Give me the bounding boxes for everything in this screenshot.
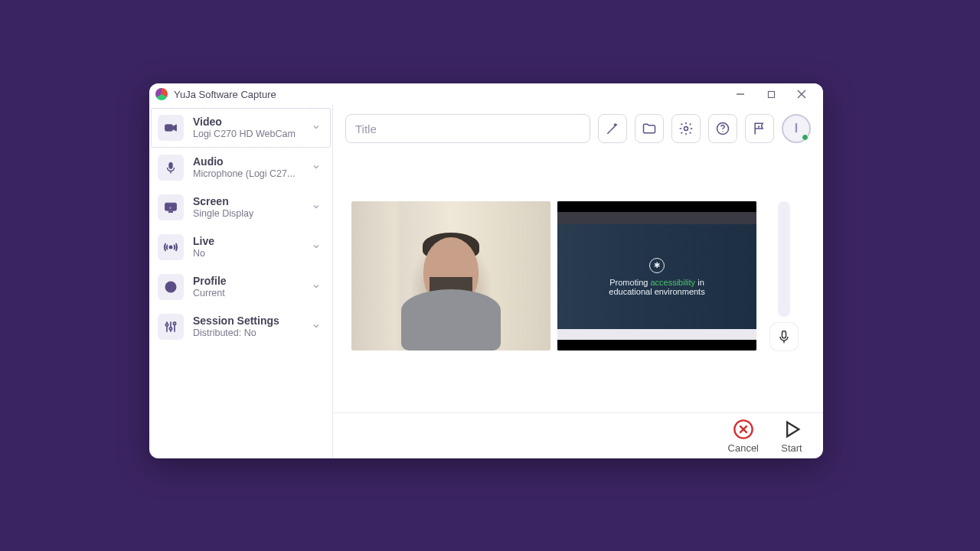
sidebar-item-live[interactable]: Live No — [151, 227, 331, 267]
monitor-icon — [158, 194, 184, 220]
app-icon — [155, 88, 168, 100]
audio-level-column — [770, 201, 798, 350]
microphone-icon — [776, 329, 792, 344]
sidebar-item-title: Profile — [193, 275, 302, 288]
folder-icon — [642, 121, 657, 136]
chevron-down-icon — [312, 240, 322, 254]
chevron-down-icon — [312, 280, 322, 294]
screen-preview-text-2: educational environments — [609, 287, 704, 296]
sidebar-item-video[interactable]: Video Logi C270 HD WebCam — [151, 108, 331, 148]
globe-icon: ✱ — [649, 258, 665, 273]
presence-dot-icon — [802, 134, 808, 141]
annotate-button[interactable] — [598, 114, 627, 143]
svg-rect-4 — [165, 125, 173, 131]
close-icon — [797, 90, 806, 99]
webcam-preview[interactable] — [351, 201, 550, 350]
sliders-icon — [158, 314, 184, 340]
microphone-icon — [158, 155, 184, 181]
main-panel: I ✱ — [333, 105, 823, 458]
svg-point-19 — [684, 127, 688, 131]
sidebar-item-screen[interactable]: Screen Single Display — [151, 187, 331, 227]
pen-spark-icon — [605, 121, 620, 136]
svg-rect-1 — [768, 91, 774, 97]
screen-preview-text: Promoting accessibility in — [609, 278, 704, 287]
window-title: YuJa Software Capture — [174, 89, 276, 100]
svg-rect-7 — [165, 203, 177, 210]
sidebar-item-session-settings[interactable]: Session Settings Distributed: No — [151, 307, 331, 347]
avatar-initial: I — [795, 122, 798, 135]
svg-marker-28 — [787, 422, 799, 437]
broadcast-icon — [158, 234, 184, 260]
sidebar-item-title: Audio — [193, 155, 302, 168]
cancel-icon — [733, 419, 754, 440]
svg-point-12 — [169, 285, 173, 289]
sidebar-item-title: Screen — [193, 195, 302, 208]
svg-rect-23 — [782, 331, 786, 338]
footer: Cancel Start — [333, 412, 823, 458]
close-button[interactable] — [786, 85, 817, 103]
maximize-button[interactable] — [756, 85, 786, 103]
sidebar-item-sub: Microphone (Logi C27... — [193, 168, 300, 180]
sidebar-item-title: Video — [193, 116, 302, 129]
play-icon — [781, 419, 802, 440]
app-window: YuJa Software Capture Video Logi C270 HD… — [149, 83, 823, 458]
start-button[interactable]: Start — [780, 418, 803, 454]
account-avatar[interactable]: I — [782, 114, 811, 143]
titlebar: YuJa Software Capture — [149, 83, 823, 105]
start-label: Start — [781, 442, 802, 454]
title-input[interactable] — [345, 114, 590, 143]
svg-point-10 — [169, 246, 172, 248]
svg-point-18 — [173, 322, 175, 324]
settings-button[interactable] — [671, 114, 701, 143]
svg-rect-5 — [169, 162, 173, 168]
help-button[interactable] — [708, 114, 737, 143]
sidebar-item-audio[interactable]: Audio Microphone (Logi C27... — [151, 148, 331, 187]
sidebar-item-sub: No — [193, 248, 300, 259]
audio-level-meter — [778, 201, 790, 317]
sidebar-item-sub: Distributed: No — [193, 328, 300, 339]
library-button[interactable] — [635, 114, 664, 143]
target-icon — [158, 274, 184, 300]
cancel-button[interactable]: Cancel — [728, 418, 759, 454]
cancel-label: Cancel — [728, 442, 759, 454]
sidebar-item-title: Live — [193, 235, 302, 248]
sidebar-item-title: Session Settings — [193, 315, 302, 328]
screen-preview[interactable]: ✱ Promoting accessibility in educational… — [557, 201, 756, 350]
top-toolbar: I — [333, 105, 823, 151]
svg-rect-9 — [169, 211, 173, 213]
sidebar-item-profile[interactable]: Profile Current — [151, 267, 331, 307]
maximize-icon — [767, 90, 776, 99]
preview-area: ✱ Promoting accessibility in educational… — [333, 151, 823, 412]
chevron-down-icon — [312, 320, 322, 334]
mic-indicator[interactable] — [770, 323, 798, 350]
tour-button[interactable] — [745, 114, 774, 143]
question-gear-icon — [715, 121, 730, 136]
svg-point-16 — [165, 324, 168, 326]
video-icon — [158, 115, 184, 141]
chevron-down-icon — [312, 201, 322, 214]
sidebar-item-sub: Logi C270 HD WebCam — [193, 129, 300, 140]
sidebar-item-sub: Current — [193, 288, 300, 299]
sidebar: Video Logi C270 HD WebCam Audio Micropho… — [149, 105, 333, 458]
gear-icon — [678, 121, 694, 136]
minimize-button[interactable] — [725, 85, 756, 103]
chevron-down-icon — [312, 121, 322, 135]
flag-play-icon — [752, 121, 767, 136]
svg-marker-22 — [758, 126, 760, 128]
minimize-icon — [736, 90, 745, 99]
svg-point-17 — [169, 328, 172, 330]
sidebar-item-sub: Single Display — [193, 208, 300, 220]
svg-point-21 — [722, 131, 723, 132]
chevron-down-icon — [312, 161, 322, 174]
